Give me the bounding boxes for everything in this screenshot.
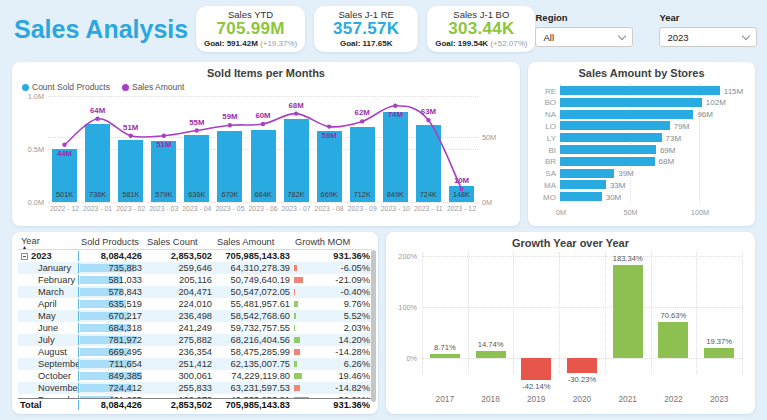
legend-item-sales-amount[interactable]: Sales Amount bbox=[122, 82, 184, 92]
store-bar-BI[interactable] bbox=[560, 145, 656, 154]
line-value-label: 58M bbox=[316, 131, 342, 140]
growth-mom-cell: -36.21% bbox=[292, 395, 372, 398]
stores-chart-panel: Sales Amount by Stores 0M50M100MRE115MBO… bbox=[528, 62, 755, 226]
table-row-september[interactable]: September711,654251,41262,135,007.756.26… bbox=[18, 358, 372, 370]
kpi-card-sales-j1-bo: Sales J-1 BO 303.44K Goal: 199.54K (+52.… bbox=[427, 6, 535, 52]
region-dropdown-value: All bbox=[543, 32, 554, 43]
sales-count-cell: 300,061 bbox=[144, 371, 214, 381]
sales-amount-cell: 50,749,640.19 bbox=[214, 275, 292, 285]
growth-bar-2020[interactable] bbox=[567, 358, 597, 373]
column-header-sales-count[interactable]: Sales Count bbox=[144, 237, 214, 247]
total-value-cell: 8,084,426 bbox=[78, 400, 144, 410]
table-row-2023[interactable]: 20238,084,4262,853,502705,985,143.83931.… bbox=[18, 250, 372, 262]
x-axis-label: 2023 - 04 bbox=[180, 205, 213, 212]
gridline bbox=[559, 252, 560, 374]
sales-amount-cell: 50,547,072.05 bbox=[214, 287, 292, 297]
growth-data-bar bbox=[294, 313, 296, 319]
growth-mom-cell: 14.20% bbox=[292, 335, 372, 345]
y-axis-label: 0.5M bbox=[20, 145, 44, 154]
gridline bbox=[468, 252, 469, 374]
growth-bar-2019[interactable] bbox=[521, 358, 551, 380]
kpi-goal: Goal: 199.54K (+52.07%) bbox=[435, 39, 527, 48]
year-slicer-label: Year bbox=[659, 12, 757, 23]
total-row: Total8,084,4262,853,502705,985,143.83931… bbox=[18, 398, 372, 411]
middle-row: Sold Items per Months Count Sold Product… bbox=[12, 62, 755, 226]
y-axis-label: 100% bbox=[394, 303, 417, 312]
x-axis-label: 2023 - 09 bbox=[346, 205, 379, 212]
total-label-cell: Total bbox=[18, 400, 78, 410]
combo-plot-area: 501K736K581K579K636K670K684K782K669K712K… bbox=[48, 96, 478, 202]
table-row-december[interactable]: December461,695162,97040,333,253.81-36.2… bbox=[18, 394, 372, 398]
table-row-june[interactable]: June684,318241,24959,732,757.552.03% bbox=[18, 322, 372, 334]
x-axis-label: 2023 bbox=[696, 394, 742, 404]
store-bar-NA[interactable] bbox=[560, 110, 693, 119]
x-axis-label: 2023 - 05 bbox=[213, 205, 246, 212]
growth-bar-2021[interactable] bbox=[613, 265, 643, 359]
table-header: Year▲Sold ProductsSales CountSales Amoun… bbox=[18, 235, 372, 250]
column-header-growth-mom[interactable]: Growth MOM bbox=[292, 237, 372, 247]
kpi-value: 303.44K bbox=[435, 20, 527, 39]
region-slicer-label: Region bbox=[535, 12, 633, 23]
y-axis-label-right: 50M bbox=[482, 133, 496, 142]
growth-data-bar bbox=[294, 301, 298, 307]
table-row-october[interactable]: October849,385300,06174,229,119.8019.46% bbox=[18, 370, 372, 382]
store-bar-LY[interactable] bbox=[560, 133, 662, 142]
store-bar-LO[interactable] bbox=[560, 121, 670, 130]
table-row-january[interactable]: January735,883259,64664,310,278.39-6.05% bbox=[18, 262, 372, 274]
column-header-sold-products[interactable]: Sold Products bbox=[78, 237, 144, 247]
store-bar-BR[interactable] bbox=[560, 157, 655, 166]
x-axis-label: 2018 bbox=[468, 394, 514, 404]
store-bar-SA[interactable] bbox=[560, 169, 614, 178]
store-value-label: 68M bbox=[659, 157, 675, 166]
month-cell: December bbox=[18, 395, 78, 398]
group-sold-cell: 8,084,426 bbox=[78, 251, 144, 261]
table-row-april[interactable]: April635,519224,01055,481,957.619.76% bbox=[18, 298, 372, 310]
column-header-sales-amount[interactable]: Sales Amount bbox=[214, 237, 292, 247]
year-dropdown-value: 2023 bbox=[667, 32, 688, 43]
y-axis-label: 0% bbox=[394, 354, 417, 363]
store-bar-RE[interactable] bbox=[560, 86, 720, 95]
store-bar-BO[interactable] bbox=[560, 98, 702, 107]
table-row-july[interactable]: July781,972275,88268,216,404.5614.20% bbox=[18, 334, 372, 346]
column-header-year[interactable]: Year▲ bbox=[18, 236, 78, 249]
growth-mom-cell: 2.03% bbox=[292, 323, 372, 333]
growth-bar-2018[interactable] bbox=[476, 351, 506, 359]
growth-bar-2022[interactable] bbox=[658, 322, 688, 358]
growth-data-bar bbox=[294, 361, 297, 367]
sold-products-cell: 684,318 bbox=[78, 323, 144, 333]
line-value-label: 68M bbox=[283, 101, 309, 110]
year-dropdown[interactable]: 2023 bbox=[659, 27, 757, 47]
year-slicer: Year 2023 bbox=[659, 12, 757, 47]
x-axis-label: 50M bbox=[620, 208, 642, 217]
collapse-icon[interactable] bbox=[21, 253, 28, 260]
line-value-label: 51M bbox=[118, 123, 144, 132]
sold-products-cell: 635,519 bbox=[78, 299, 144, 309]
store-value-label: 30M bbox=[606, 193, 622, 202]
kpi-value: 705.99M bbox=[204, 20, 297, 39]
group-growth-cell: 931.36% bbox=[292, 251, 372, 261]
store-bar-MA[interactable] bbox=[560, 180, 606, 189]
table-row-february[interactable]: February581,033205,11650,749,640.19-21.0… bbox=[18, 274, 372, 286]
y-axis-label: 0.0M bbox=[20, 198, 44, 207]
table-row-november[interactable]: November724,412255,83363,231,597.53-14.8… bbox=[18, 382, 372, 394]
kpi-value: 357.57K bbox=[322, 20, 410, 39]
line-value-label: 62M bbox=[349, 108, 375, 117]
growth-bar-2023[interactable] bbox=[704, 348, 734, 358]
table-scrollbar[interactable] bbox=[371, 250, 376, 402]
table-row-march[interactable]: March578,843204,47150,547,072.05-0.40% bbox=[18, 286, 372, 298]
growth-bar-2017[interactable] bbox=[430, 354, 460, 358]
growth-chart-panel: Growth Year over Year 8.71%14.74%-42.14%… bbox=[386, 232, 755, 414]
growth-mom-cell: 5.52% bbox=[292, 311, 372, 321]
table-row-may[interactable]: May670,217236,49858,542,768.605.52% bbox=[18, 310, 372, 322]
growth-data-bar bbox=[294, 265, 297, 271]
store-bar-MO[interactable] bbox=[560, 192, 602, 201]
legend-item-count-sold-products[interactable]: Count Sold Products bbox=[22, 82, 110, 92]
x-axis-label: 2023 - 01 bbox=[81, 205, 114, 212]
year-group-cell[interactable]: 2023 bbox=[18, 251, 78, 261]
table-row-august[interactable]: August669,495236,35458,475,285.99-14.28% bbox=[18, 346, 372, 358]
region-dropdown[interactable]: All bbox=[535, 27, 633, 47]
gridline bbox=[605, 252, 606, 374]
x-axis-label: 2023 - 06 bbox=[247, 205, 280, 212]
store-label: SA bbox=[536, 169, 556, 178]
growth-mom-cell: 9.76% bbox=[292, 299, 372, 309]
